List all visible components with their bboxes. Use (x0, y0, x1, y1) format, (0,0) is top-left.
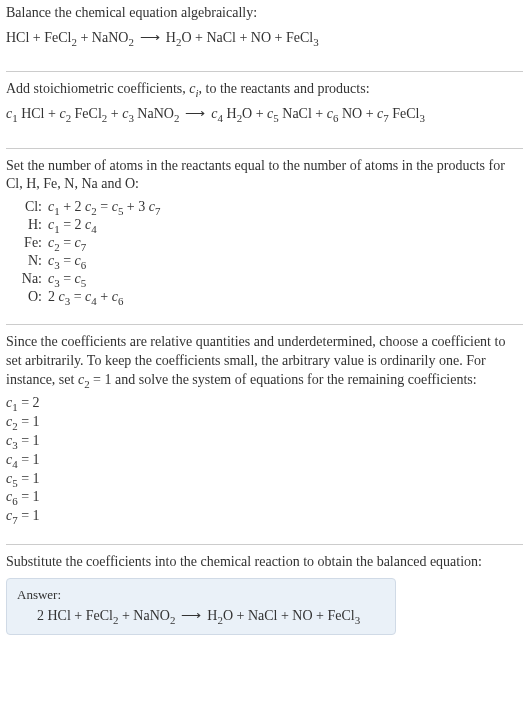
section-coefficients: Add stoichiometric coefficients, ci, to … (6, 80, 523, 139)
step2-text: Set the number of atoms in the reactants… (6, 157, 523, 195)
list-item: c5 = 1 (6, 470, 523, 489)
step1-text-after: , to the reactants and products: (199, 81, 370, 96)
coefficient-list: c1 = 2 c2 = 1 c3 = 1 c4 = 1 c5 = 1 c6 = … (6, 394, 523, 526)
atom-equation: c1 + 2 c2 = c5 + 3 c7 (48, 198, 164, 216)
document-page: Balance the chemical equation algebraica… (0, 0, 529, 649)
list-item: c2 = 1 (6, 413, 523, 432)
step1-text: Add stoichiometric coefficients, ci, to … (6, 80, 523, 99)
atom-label: N: (12, 252, 48, 270)
list-item: c4 = 1 (6, 451, 523, 470)
atom-label: Na: (12, 270, 48, 288)
section-solve: Since the coefficients are relative quan… (6, 333, 523, 536)
list-item: c3 = 1 (6, 432, 523, 451)
atom-equation: c3 = c6 (48, 252, 164, 270)
step1-text-before: Add stoichiometric coefficients, (6, 81, 189, 96)
atom-equation: 2 c3 = c4 + c6 (48, 288, 164, 306)
divider (6, 324, 523, 325)
table-row: Cl: c1 + 2 c2 = c5 + 3 c7 (12, 198, 164, 216)
intro-title: Balance the chemical equation algebraica… (6, 4, 523, 23)
intro-equation: HCl + FeCl2 + NaNO2⟶H2O + NaCl + NO + Fe… (6, 27, 523, 49)
ci-var: ci (189, 81, 198, 96)
atom-equation: c3 = c5 (48, 270, 164, 288)
step3-text: Since the coefficients are relative quan… (6, 333, 523, 390)
answer-equation: 2 HCl + FeCl2 + NaNO2⟶H2O + NaCl + NO + … (17, 607, 385, 624)
answer-box: Answer: 2 HCl + FeCl2 + NaNO2⟶H2O + NaCl… (6, 578, 396, 635)
atom-label: H: (12, 216, 48, 234)
atom-equation: c1 = 2 c4 (48, 216, 164, 234)
atom-label: Cl: (12, 198, 48, 216)
step1-equation: c1 HCl + c2 FeCl2 + c3 NaNO2⟶c4 H2O + c5… (6, 103, 523, 125)
table-row: Fe: c2 = c7 (12, 234, 164, 252)
table-row: H: c1 = 2 c4 (12, 216, 164, 234)
section-intro: Balance the chemical equation algebraica… (6, 4, 523, 63)
section-atom-balance: Set the number of atoms in the reactants… (6, 157, 523, 317)
step3-text-b: and solve the system of equations for th… (112, 372, 477, 387)
divider (6, 544, 523, 545)
atom-label: O: (12, 288, 48, 306)
table-row: Na: c3 = c5 (12, 270, 164, 288)
atom-equation: c2 = c7 (48, 234, 164, 252)
atom-balance-table: Cl: c1 + 2 c2 = c5 + 3 c7 H: c1 = 2 c4 F… (12, 198, 164, 306)
divider (6, 148, 523, 149)
table-row: O: 2 c3 = c4 + c6 (12, 288, 164, 306)
table-row: N: c3 = c6 (12, 252, 164, 270)
list-item: c7 = 1 (6, 507, 523, 526)
list-item: c6 = 1 (6, 488, 523, 507)
atom-label: Fe: (12, 234, 48, 252)
divider (6, 71, 523, 72)
step3-set: c2 = 1 (78, 372, 112, 387)
section-final: Substitute the coefficients into the che… (6, 553, 523, 635)
answer-label: Answer: (17, 587, 385, 603)
final-text: Substitute the coefficients into the che… (6, 553, 523, 572)
list-item: c1 = 2 (6, 394, 523, 413)
